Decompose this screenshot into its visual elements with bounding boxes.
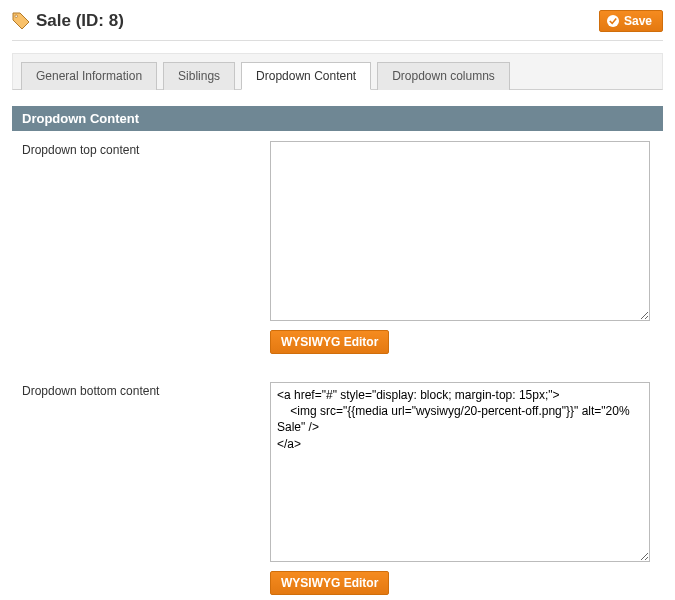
field-dropdown-bottom: Dropdown bottom content WYSIWYG Editor bbox=[12, 372, 663, 600]
divider bbox=[12, 40, 663, 41]
dropdown-top-textarea[interactable] bbox=[270, 141, 650, 321]
panel-dropdown-content: Dropdown Content Dropdown top content WY… bbox=[12, 106, 663, 600]
tab-siblings[interactable]: Siblings bbox=[163, 62, 235, 90]
field-dropdown-top: Dropdown top content WYSIWYG Editor bbox=[12, 131, 663, 372]
tab-bar: General Information Siblings Dropdown Co… bbox=[12, 53, 663, 90]
tab-general-information[interactable]: General Information bbox=[21, 62, 157, 90]
wysiwyg-editor-button-bottom[interactable]: WYSIWYG Editor bbox=[270, 571, 389, 595]
check-icon bbox=[607, 15, 619, 27]
field-label-top: Dropdown top content bbox=[22, 141, 270, 354]
field-label-bottom: Dropdown bottom content bbox=[22, 382, 270, 595]
page-title: Sale (ID: 8) bbox=[36, 11, 124, 31]
wysiwyg-editor-button-top[interactable]: WYSIWYG Editor bbox=[270, 330, 389, 354]
panel-title: Dropdown Content bbox=[12, 106, 663, 131]
tab-dropdown-content[interactable]: Dropdown Content bbox=[241, 62, 371, 90]
dropdown-bottom-textarea[interactable] bbox=[270, 382, 650, 562]
save-button[interactable]: Save bbox=[599, 10, 663, 32]
svg-point-0 bbox=[15, 15, 18, 18]
tab-dropdown-columns[interactable]: Dropdown columns bbox=[377, 62, 510, 90]
page-header: Sale (ID: 8) Save bbox=[12, 8, 663, 38]
sale-tag-icon bbox=[12, 12, 30, 30]
title-wrap: Sale (ID: 8) bbox=[12, 11, 124, 31]
save-button-label: Save bbox=[624, 14, 652, 28]
